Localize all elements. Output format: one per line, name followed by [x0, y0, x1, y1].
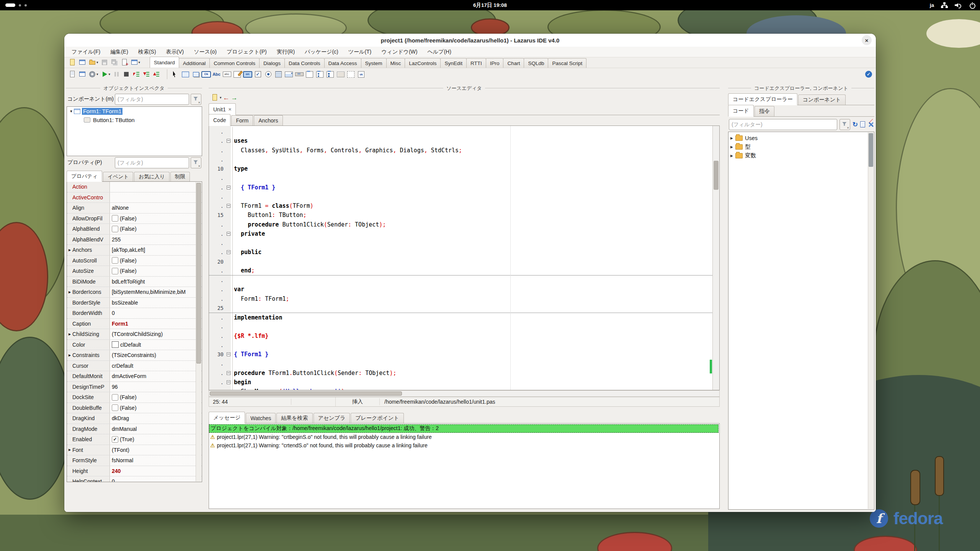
step-out-button[interactable]: [152, 70, 160, 78]
tgroupbox-button[interactable]: [304, 69, 315, 80]
menu-item[interactable]: ソース(o): [189, 47, 222, 57]
menu-item[interactable]: プロジェクト(P): [222, 47, 272, 57]
fold-icon[interactable]: [227, 139, 230, 143]
oi-tab[interactable]: お気に入り: [134, 172, 169, 181]
message-row[interactable]: ⚠project1.lpr(27,1) Warning: "crtendS.o"…: [209, 441, 719, 450]
tpanel-button[interactable]: [335, 69, 346, 80]
fold-icon[interactable]: [227, 371, 230, 375]
explorer-tree-item[interactable]: ▶Uses: [728, 134, 874, 142]
property-value[interactable]: bsSizeable: [110, 298, 202, 308]
step-over-button[interactable]: [132, 70, 140, 78]
view-forms-button[interactable]: [78, 70, 87, 78]
properties-filter-input[interactable]: [115, 157, 189, 168]
checkbox-icon[interactable]: [112, 268, 118, 274]
clock[interactable]: 6月17日 19:08: [0, 2, 980, 9]
property-row[interactable]: CaptionForm1: [67, 319, 202, 329]
tscrollbar-button[interactable]: [294, 69, 304, 80]
property-value[interactable]: 0: [110, 308, 202, 318]
property-value[interactable]: (TControlChildSizing): [110, 329, 202, 339]
fold-icon[interactable]: [227, 250, 230, 254]
tcombobox-button[interactable]: [284, 69, 294, 80]
menu-item[interactable]: 編集(E): [105, 47, 133, 57]
messages-tab[interactable]: メッセージ: [209, 412, 245, 424]
messages-tab[interactable]: ブレークポイント: [351, 413, 403, 423]
checkbox-icon[interactable]: [112, 394, 118, 401]
property-value[interactable]: [110, 192, 202, 203]
options-tools-icon[interactable]: [867, 121, 874, 128]
close-button[interactable]: ×: [862, 35, 872, 45]
tlabel-button[interactable]: Abc: [211, 69, 222, 80]
tab-code[interactable]: Code: [209, 114, 230, 126]
tlistbox-button[interactable]: [273, 69, 284, 80]
property-value[interactable]: (False): [110, 214, 202, 224]
explorer-tab[interactable]: コンポーネント: [798, 95, 846, 105]
property-row[interactable]: Action: [67, 182, 202, 192]
fold-icon[interactable]: [227, 352, 230, 356]
menu-item[interactable]: ウィンドウ(W): [376, 47, 422, 57]
property-row[interactable]: FormStylefsNormal: [67, 455, 202, 466]
message-row[interactable]: ⚠project1.lpr(27,1) Warning: "crtbeginS.…: [209, 433, 719, 441]
components-filter-clear-icon[interactable]: [191, 94, 201, 105]
tcheckgroup-button[interactable]: [325, 69, 335, 80]
palette-tab[interactable]: System: [361, 58, 387, 68]
property-row[interactable]: BiDiModebdLeftToRight: [67, 277, 202, 287]
fold-icon[interactable]: [227, 186, 230, 189]
property-row[interactable]: BorderWidth0: [67, 308, 202, 319]
explorer-filter-clear-icon[interactable]: [840, 119, 850, 130]
property-row[interactable]: HelpContext0: [67, 476, 202, 482]
property-value[interactable]: alNone: [110, 203, 202, 213]
palette-check-icon[interactable]: ✓: [865, 71, 872, 78]
palette-tab[interactable]: Chart: [503, 58, 524, 68]
property-value[interactable]: Form1: [110, 319, 202, 329]
explorer-tree-item[interactable]: ▶変数: [728, 151, 874, 160]
property-value[interactable]: crDefault: [110, 361, 202, 371]
dropdown-icon[interactable]: ▾: [220, 96, 222, 99]
checkbox-icon[interactable]: [112, 404, 118, 411]
property-value[interactable]: dkDrag: [110, 413, 202, 424]
tab-unit1[interactable]: Unit1 ×: [209, 103, 236, 115]
new-form-button[interactable]: [78, 58, 87, 67]
volume-icon[interactable]: [955, 2, 962, 8]
property-row[interactable]: AutoScroll(False): [67, 256, 202, 266]
tactionlist-button[interactable]: ok: [356, 69, 366, 80]
tab-form[interactable]: Form: [231, 115, 253, 126]
palette-tab[interactable]: SQLdb: [524, 58, 548, 68]
select-cursor-button[interactable]: [170, 69, 180, 80]
property-value[interactable]: (False): [110, 256, 202, 266]
document-icon[interactable]: [860, 121, 865, 127]
property-row[interactable]: AllowDropFil(False): [67, 214, 202, 224]
explorer-filter-input[interactable]: [729, 119, 837, 130]
palette-tab[interactable]: SynEdit: [440, 58, 467, 68]
power-icon[interactable]: [969, 2, 975, 8]
property-row[interactable]: DefaultMonitdmActiveForm: [67, 371, 202, 382]
jump-history-icon[interactable]: [211, 94, 218, 101]
navigate-forward-icon[interactable]: →: [231, 95, 238, 101]
property-value[interactable]: 240: [110, 466, 202, 476]
property-value[interactable]: (False): [110, 266, 202, 276]
palette-tab[interactable]: RTTI: [466, 58, 486, 68]
palette-tab[interactable]: LazControls: [405, 58, 441, 68]
oi-tab[interactable]: プロパティ: [67, 171, 102, 182]
step-into-button[interactable]: [142, 70, 150, 78]
component-tree-item[interactable]: Button1: TButton: [67, 116, 202, 124]
checkbox-icon[interactable]: [112, 215, 118, 222]
build-mode-button[interactable]: ▾: [88, 70, 99, 78]
property-value[interactable]: 0: [110, 476, 202, 482]
tbutton-button[interactable]: Ok: [201, 69, 211, 80]
property-row[interactable]: Height240: [67, 466, 202, 477]
menu-item[interactable]: ヘルプ(H): [422, 47, 456, 57]
tedit-button[interactable]: abc: [222, 69, 232, 80]
window-list-button[interactable]: ▾: [130, 58, 141, 67]
scrollbar-thumb[interactable]: [210, 391, 402, 396]
menu-item[interactable]: ツール(T): [343, 47, 377, 57]
palette-tab[interactable]: IPro: [486, 58, 504, 68]
palette-tab[interactable]: Data Access: [324, 58, 361, 68]
menu-item[interactable]: 実行(R): [272, 47, 300, 57]
property-value[interactable]: 255: [110, 235, 202, 245]
palette-tab[interactable]: Pascal Script: [548, 58, 586, 68]
property-row[interactable]: ActiveContro: [67, 192, 202, 203]
messages-tab[interactable]: Watches: [246, 413, 276, 423]
scrollbar-thumb[interactable]: [196, 183, 201, 364]
network-icon[interactable]: [941, 2, 948, 8]
tpopupmenu-button[interactable]: [191, 69, 201, 80]
